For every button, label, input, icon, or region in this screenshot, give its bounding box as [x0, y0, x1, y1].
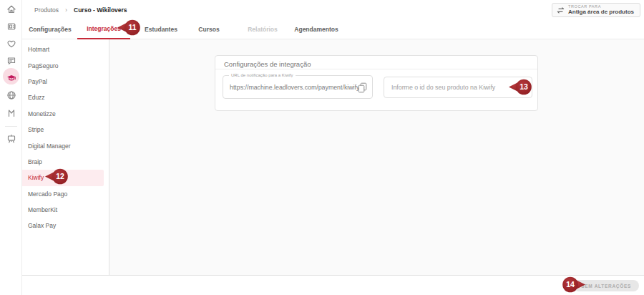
list-item-kiwify[interactable]: Kiwify [22, 170, 104, 185]
top-bar: Produtos › Curso - Wikilovers TROCAR PAR… [22, 0, 644, 19]
list-item-mercado-pago[interactable]: Mercado Pago [22, 186, 109, 202]
list-item-memberkit[interactable]: MemberKit [22, 202, 109, 218]
presentation-icon[interactable] [0, 130, 22, 148]
main-content: Configurações de integração URL de notif… [109, 39, 644, 275]
globe-icon[interactable] [0, 87, 22, 104]
swap-arrows-icon [557, 6, 565, 14]
card-title: Configurações de integração [215, 56, 537, 69]
switch-button-eyebrow: TROCAR PARA [568, 4, 634, 9]
chat-icon[interactable] [0, 52, 22, 69]
graduation-cap-icon[interactable] [0, 69, 22, 87]
list-item-braip[interactable]: Braip [22, 154, 109, 170]
app-window: Produtos › Curso - Wikilovers TROCAR PAR… [0, 0, 644, 295]
integrations-list: Hotmart PagSeguro PayPal Eduzz Monetizze… [22, 39, 109, 275]
notification-url-value: https://machine.leadlovers.com/payment/k… [230, 76, 359, 98]
breadcrumb-current-page: Curso - Wikilovers [74, 6, 127, 14]
breadcrumb: Produtos › Curso - Wikilovers [34, 0, 127, 19]
flag-icon[interactable] [0, 105, 22, 122]
tab-integracoes[interactable]: Integrações [77, 19, 130, 39]
list-item-digital-manager[interactable]: Digital Manager [22, 137, 109, 153]
tab-relatorios[interactable]: Relatórios [243, 19, 283, 39]
tab-bar: Configurações Integrações Estudantes Cur… [22, 19, 644, 39]
list-item-hotmart[interactable]: Hotmart [22, 42, 109, 57]
tab-estudantes[interactable]: Estudantes [140, 19, 182, 39]
machine-icon[interactable] [0, 18, 22, 35]
list-item-pagseguro[interactable]: PagSeguro [22, 57, 109, 73]
icon-sidebar [0, 0, 22, 295]
integration-settings-card: Configurações de integração URL de notif… [215, 55, 538, 111]
heart-icon[interactable] [0, 35, 22, 52]
list-item-stripe[interactable]: Stripe [22, 122, 109, 137]
tab-cursos[interactable]: Cursos [192, 19, 225, 39]
list-item-paypal[interactable]: PayPal [22, 74, 109, 90]
home-icon[interactable] [0, 1, 22, 18]
tab-agendamentos[interactable]: Agendamentos [293, 19, 340, 39]
sidebar-divider [5, 126, 17, 127]
product-id-input[interactable] [384, 77, 532, 98]
breadcrumb-separator-icon: › [65, 6, 67, 14]
copy-icon[interactable] [356, 82, 368, 94]
list-item-eduzz[interactable]: Eduzz [22, 90, 109, 105]
notification-url-field: URL de notificação para a Kiwify https:/… [223, 75, 373, 99]
footer-bar: SEM ALTERAÇÕES [22, 275, 644, 295]
list-item-monetizze[interactable]: Monetizze [22, 106, 109, 122]
list-item-galax-pay[interactable]: Galax Pay [22, 218, 109, 233]
switch-to-old-area-button[interactable]: TROCAR PARA Antiga área de produtos [552, 3, 640, 17]
save-button[interactable]: SEM ALTERAÇÕES [573, 280, 639, 291]
breadcrumb-produtos[interactable]: Produtos [34, 6, 59, 14]
switch-button-label: Antiga área de produtos [568, 9, 634, 16]
tab-configuracoes[interactable]: Configurações [28, 19, 72, 39]
